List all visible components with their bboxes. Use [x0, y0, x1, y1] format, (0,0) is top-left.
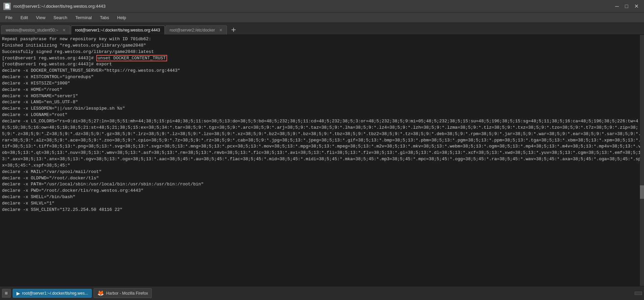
- svg-rect-1: [232, 29, 236, 30]
- tab-3-close[interactable]: ✕: [219, 28, 222, 33]
- scrollbar-thumb[interactable]: [640, 185, 644, 199]
- taskbar-right: [635, 292, 642, 295]
- terminal-content: Repeat passphrase for new repository key…: [0, 35, 644, 286]
- menu-file[interactable]: File: [2, 14, 16, 21]
- taskbar-empty-box: [635, 292, 642, 295]
- tab-3[interactable]: root@server2:/etc/docker ✕: [165, 25, 227, 35]
- menu-help[interactable]: Help: [114, 14, 130, 21]
- window-title: root@server1:~/.docker/tls/reg.westos.or…: [13, 4, 105, 9]
- menu-bar: File Edit View Search Terminal Tabs Help: [0, 13, 644, 23]
- tab-3-label: root@server2:/etc/docker: [170, 28, 215, 33]
- app-icon: 📄: [3, 3, 11, 10]
- taskbar: ⊞ ▶ root@server1:~/.docker/tls/reg.wes..…: [0, 286, 644, 300]
- terminal-taskbar-icon: ▶: [16, 291, 20, 296]
- tab-2-close[interactable]: ✕: [164, 28, 165, 33]
- menu-search[interactable]: Search: [50, 14, 70, 21]
- terminal-output: Repeat passphrase for new repository key…: [2, 36, 642, 213]
- tab-1[interactable]: westos@westos_student50:~ ✕: [1, 25, 70, 35]
- scrollbar-vertical[interactable]: [640, 35, 644, 286]
- tab-2-label: root@server1:~/.docker/tls/reg.westos.or…: [75, 28, 160, 33]
- menu-tabs[interactable]: Tabs: [97, 14, 112, 21]
- minimize-button[interactable]: ─: [613, 3, 621, 10]
- title-bar-left: 📄 root@server1:~/.docker/tls/reg.westos.…: [3, 3, 105, 10]
- taskbar-terminal-button[interactable]: ▶ root@server1:~/.docker/tls/reg.wes...: [13, 289, 92, 298]
- firefox-icon: 🦊: [97, 290, 104, 296]
- tab-bar: westos@westos_student50:~ ✕ root@server1…: [0, 23, 644, 35]
- tab-1-label: westos@westos_student50:~: [6, 28, 58, 33]
- menu-terminal[interactable]: Terminal: [72, 14, 95, 21]
- menu-view[interactable]: View: [33, 14, 49, 21]
- tab-1-close[interactable]: ✕: [62, 28, 66, 33]
- taskbar-terminal-label: root@server1:~/.docker/tls/reg.wes...: [22, 291, 88, 296]
- taskbar-screen-btn[interactable]: ⊞: [2, 289, 11, 298]
- title-bar: 📄 root@server1:~/.docker/tls/reg.westos.…: [0, 0, 644, 13]
- maximize-button[interactable]: □: [623, 3, 630, 10]
- menu-edit[interactable]: Edit: [17, 14, 31, 21]
- taskbar-firefox-label: Harbor - Mozilla Firefox: [106, 291, 148, 296]
- screen-icon: ⊞: [5, 291, 8, 296]
- tab-2[interactable]: root@server1:~/.docker/tls/reg.westos.or…: [71, 25, 165, 35]
- window-controls: ─ □ ✕: [613, 2, 641, 10]
- taskbar-firefox-button[interactable]: 🦊 Harbor - Mozilla Firefox: [94, 288, 152, 298]
- new-tab-button[interactable]: [229, 25, 238, 35]
- close-button[interactable]: ✕: [632, 2, 641, 10]
